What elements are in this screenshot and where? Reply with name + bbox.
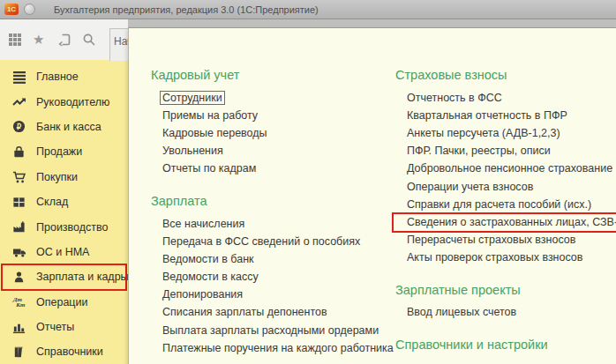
section-salary: Зарплата Все начисления Передача в ФСС с…: [151, 194, 387, 358]
sidebar-item-label: Банк и касса: [36, 121, 101, 133]
sidebar-item-sales[interactable]: Продажи: [0, 139, 128, 164]
sidebar-item-main[interactable]: Главное: [0, 64, 128, 89]
menu-link[interactable]: Анкеты персучета (АДВ-1,2,3): [407, 124, 616, 142]
sidebar-item-label: Производство: [36, 221, 109, 234]
favorites-star-icon[interactable]: ★: [33, 33, 47, 47]
sidebar-item-label: Справочники: [36, 345, 103, 358]
sidebar-item-bank-cash[interactable]: ₽ Банк и касса: [0, 115, 128, 139]
menu-link[interactable]: Операции учета взносов: [407, 178, 616, 196]
menu-link[interactable]: Увольнения: [162, 143, 387, 160]
history-icon[interactable]: [57, 33, 71, 47]
menu-link[interactable]: Ведомости в кассу: [162, 269, 387, 286]
menu-link[interactable]: ПФР. Пачки, реестры, описи: [407, 143, 616, 160]
sidebar-item-warehouse[interactable]: Склад: [0, 189, 128, 214]
functions-menu-panel: Кадровый учет Сотрудники Приемы на работ…: [128, 27, 616, 364]
search-icon[interactable]: [82, 33, 96, 47]
section-insurance-contributions: Страховые взносы Отчетность в ФСС Кварта…: [395, 68, 616, 267]
hamburger-menu-icon: [11, 70, 26, 84]
menu-link[interactable]: Передача в ФСС сведений о пособиях: [162, 233, 387, 250]
sidebar-item-label: Главное: [36, 71, 79, 83]
sidebar-item-label: Зарплата и кадры: [36, 271, 129, 283]
window-title: Бухгалтерия предприятия, редакция 3.0 (1…: [54, 4, 319, 15]
section-salary-projects: Зарплатные проекты Ввод лицевых счетов: [395, 283, 616, 322]
trend-arrow-icon: [11, 95, 26, 109]
sidebar-item-label: Руководителю: [36, 96, 109, 108]
menu-link[interactable]: Справки для расчета пособий (исх.): [407, 196, 616, 213]
section-directories-settings: Справочники и настройки: [395, 338, 616, 352]
app-logo-icon: 1С: [4, 4, 19, 15]
shopping-bag-icon: [11, 145, 26, 159]
menu-link[interactable]: Квартальная отчетность в ПФР: [407, 107, 616, 124]
section-title[interactable]: Зарплатные проекты: [395, 283, 616, 297]
factory-icon: [11, 220, 26, 234]
boxes-pallet-icon: [11, 195, 26, 209]
sidebar-item-production[interactable]: Производство: [0, 214, 128, 239]
functions-menu-icon[interactable]: [8, 33, 22, 47]
menu-link[interactable]: Перерасчеты страховых взносов: [407, 232, 616, 249]
sidebar-item-label: Продажи: [36, 145, 82, 158]
bar-chart-icon: [11, 320, 26, 334]
focus-outline: Сотрудники: [160, 91, 225, 105]
sidebar-item-directories[interactable]: Справочники: [0, 339, 128, 364]
menu-link[interactable]: Добровольное пенсионное страхование: [407, 160, 616, 178]
truck-icon: [11, 245, 26, 259]
sidebar-item-label: Отчеты: [36, 321, 74, 333]
shopping-cart-icon: [11, 170, 26, 184]
menu-column-2: Страховые взносы Отчетность в ФСС Кварта…: [395, 68, 616, 359]
sidebar-item-manager[interactable]: Руководителю: [0, 89, 128, 114]
sidebar-item-operations[interactable]: Дт Кт Операции: [0, 290, 128, 315]
menu-link[interactable]: Списания зарплаты депонентов: [162, 304, 387, 322]
debit-credit-icon: Дт Кт: [11, 295, 26, 309]
sidebar-item-label: Операции: [36, 296, 87, 308]
menu-link[interactable]: Отчеты по кадрам: [162, 160, 387, 178]
svg-text:₽: ₽: [17, 123, 22, 131]
section-title[interactable]: Кадровый учет: [151, 68, 387, 82]
menu-link[interactable]: Ведомости в банк: [162, 250, 387, 268]
menu-link[interactable]: Выплата зарплаты расходными ордерами: [162, 322, 387, 339]
menu-column-1: Кадровый учет Сотрудники Приемы на работ…: [151, 68, 387, 357]
books-icon: [11, 345, 26, 359]
menu-link[interactable]: Отчетность в ФСС: [407, 89, 616, 107]
section-title[interactable]: Страховые взносы: [395, 68, 616, 82]
sidebar-item-purchases[interactable]: Покупки: [0, 165, 128, 189]
menu-link-employees[interactable]: Сотрудники: [162, 89, 387, 107]
sidebar-item-label: Склад: [36, 196, 68, 208]
section-title[interactable]: Зарплата: [151, 194, 387, 208]
system-menu-button[interactable]: [24, 4, 35, 15]
menu-link[interactable]: Платежные поручения на каждого работника: [162, 339, 387, 357]
menu-link[interactable]: Депонирования: [162, 286, 387, 304]
sidebar-item-label: ОС и НМА: [36, 246, 89, 258]
section-title[interactable]: Справочники и настройки: [395, 338, 616, 352]
app-window: 1С Бухгалтерия предприятия, редакция 3.0…: [0, 0, 616, 364]
person-icon: [11, 270, 26, 284]
menu-link[interactable]: Кадровые переводы: [162, 124, 387, 142]
sidebar-item-fixed-assets[interactable]: ОС и НМА: [0, 240, 128, 264]
menu-link[interactable]: Все начисления: [162, 215, 387, 233]
sidebar: Главное Руководителю ₽ Банк и касса: [0, 60, 128, 364]
menu-link[interactable]: Приемы на работу: [162, 107, 387, 124]
section-hr-records: Кадровый учет Сотрудники Приемы на работ…: [151, 68, 387, 178]
sidebar-item-salary-hr[interactable]: Зарплата и кадры: [0, 264, 128, 289]
titlebar: 1С Бухгалтерия предприятия, редакция 3.0…: [0, 0, 616, 19]
menu-link[interactable]: Ввод лицевых счетов: [407, 304, 616, 322]
menu-link-szvm[interactable]: Сведения о застрахованных лицах, СЗВ-М: [407, 213, 616, 231]
sidebar-item-reports[interactable]: Отчеты: [0, 315, 128, 339]
ruble-coin-icon: ₽: [11, 120, 26, 134]
menu-link-label: Сведения о застрахованных лицах, СЗВ-М: [407, 216, 616, 228]
sidebar-item-label: Покупки: [36, 171, 78, 183]
menu-link[interactable]: Акты проверок страховых взносов: [407, 249, 616, 267]
